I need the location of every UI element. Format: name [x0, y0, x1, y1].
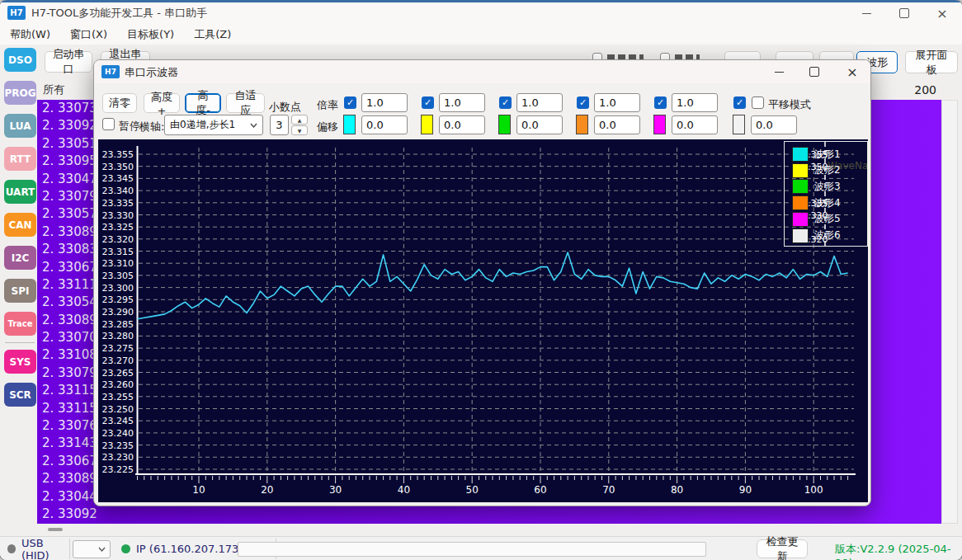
channel-6-enable-checkbox[interactable]: ✓	[733, 96, 746, 109]
legend-label: 波形5	[814, 212, 841, 226]
svg-text:20: 20	[261, 484, 273, 496]
pause-checkbox[interactable]	[102, 118, 115, 130]
pan-mode-label: 平移模式	[768, 97, 811, 112]
channel-5-color-swatch[interactable]	[653, 115, 666, 134]
legend-entry-1: 波形1	[792, 147, 841, 162]
legend-swatch	[792, 212, 809, 227]
sidebar-item-i2c[interactable]: I2C	[4, 246, 36, 270]
channel-3-scale-input[interactable]	[516, 93, 563, 112]
legend-entry-4: 波形4	[792, 195, 841, 210]
sidebar-item-uart[interactable]: UART	[4, 180, 36, 204]
svg-text:70: 70	[602, 484, 615, 496]
dialog-close-button[interactable]: ×	[834, 60, 870, 83]
status-bar: USB (HID) IP (61.160.207.173) 检查更新 版本:V2…	[0, 536, 962, 560]
tab-all[interactable]: 所有	[43, 82, 64, 97]
channel-3-color-swatch[interactable]	[498, 115, 511, 134]
dialog-maximize-button[interactable]	[796, 60, 832, 83]
haxis-value: 由0递增,步长1	[170, 118, 235, 132]
channel-3-enable-checkbox[interactable]: ✓	[499, 96, 512, 109]
sidebar-item-prog[interactable]: PROG	[4, 81, 36, 105]
drag-handle[interactable]	[48, 528, 63, 531]
svg-text:23.265: 23.265	[102, 368, 134, 379]
app-logo-text: H7	[10, 8, 22, 17]
menu-item-0[interactable]: 帮助(W)	[0, 27, 60, 42]
sidebar-item-trace[interactable]: Trace	[4, 312, 36, 336]
channel-2-color-swatch[interactable]	[421, 115, 433, 134]
maximize-icon	[899, 8, 909, 18]
svg-text:23.325: 23.325	[102, 222, 134, 233]
svg-text:50: 50	[466, 484, 479, 496]
menu-bar: 帮助(W)窗口(X)目标板(Y)工具(Z)	[0, 24, 962, 45]
channel-5-scale-input[interactable]	[672, 93, 718, 112]
usb-status-icon	[7, 544, 16, 553]
chart-legend: 23.35523.35023.33523.33023.320WaveName波形…	[784, 141, 868, 247]
app-logo-icon: H7	[7, 6, 26, 20]
channel-1-enable-checkbox[interactable]: ✓	[344, 96, 356, 109]
height-plus-button[interactable]: 高度+	[144, 93, 180, 113]
sidebar-item-can[interactable]: CAN	[4, 213, 36, 237]
start-serial-button[interactable]: 启动串口	[45, 51, 92, 73]
expand-panel-button[interactable]: 展开面板	[905, 51, 958, 73]
svg-text:23.270: 23.270	[102, 355, 134, 366]
channel-5-offset-input[interactable]	[672, 115, 718, 134]
dialog-title: 串口示波器	[125, 65, 178, 80]
menu-item-1[interactable]: 窗口(X)	[60, 27, 117, 42]
sidebar-item-lua[interactable]: LUA	[4, 114, 36, 138]
channel-4-enable-checkbox[interactable]: ✓	[577, 96, 589, 109]
dialog-minimize-button[interactable]	[761, 60, 797, 83]
menu-item-2[interactable]: 目标板(Y)	[117, 27, 184, 42]
legend-label: 波形4	[814, 196, 841, 210]
channel-1-scale-input[interactable]	[361, 93, 408, 112]
maximize-button[interactable]	[886, 2, 922, 24]
channel-1-offset-input[interactable]	[361, 115, 408, 134]
minimize-button[interactable]	[848, 2, 884, 24]
svg-text:23.240: 23.240	[102, 428, 134, 439]
channel-2-enable-checkbox[interactable]: ✓	[422, 96, 434, 109]
svg-text:23.290: 23.290	[102, 307, 134, 318]
channel-4-color-swatch[interactable]	[576, 115, 588, 134]
decimal-value-box[interactable]: 3	[270, 115, 289, 135]
svg-text:90: 90	[739, 484, 752, 496]
channel-3-offset-input[interactable]	[516, 115, 563, 134]
sidebar-item-scr[interactable]: SCR	[4, 383, 36, 407]
close-icon: ×	[846, 64, 857, 80]
legend-entry-6: 波形6	[792, 228, 841, 243]
decimal-up-button[interactable]: ▲	[291, 115, 308, 125]
height-minus-button[interactable]: 高度-	[185, 93, 221, 113]
usb-status-cell: USB (HID)	[0, 539, 70, 559]
waveform-plot: 23.35523.35023.34523.34023.33523.33023.3…	[98, 139, 868, 502]
channel-2-scale-input[interactable]	[439, 93, 485, 112]
autofit-button[interactable]: 自适应	[226, 93, 265, 113]
svg-text:23.245: 23.245	[102, 416, 134, 426]
sidebar-item-rtt[interactable]: RTT	[4, 147, 36, 171]
channel-5-enable-checkbox[interactable]: ✓	[654, 96, 667, 109]
svg-text:23.315: 23.315	[102, 247, 134, 257]
svg-text:23.305: 23.305	[102, 271, 134, 281]
ip-status-text: IP (61.160.207.173)	[136, 543, 243, 555]
sidebar-item-spi[interactable]: SPI	[4, 279, 36, 303]
pan-mode-checkbox[interactable]	[752, 96, 764, 109]
channel-2-offset-input[interactable]	[439, 115, 485, 134]
channel-4-scale-input[interactable]	[594, 93, 640, 112]
legend-swatch	[792, 147, 809, 162]
svg-text:23.300: 23.300	[102, 283, 134, 294]
channel-1-color-swatch[interactable]	[343, 115, 356, 134]
menu-item-3[interactable]: 工具(Z)	[184, 27, 241, 42]
channel-4-offset-input[interactable]	[594, 115, 640, 134]
decimal-down-button[interactable]: ▼	[291, 125, 308, 135]
channel-6-offset-input[interactable]	[751, 115, 797, 134]
haxis-dropdown[interactable]: 由0递增,步长1	[164, 115, 263, 135]
svg-text:23.255: 23.255	[102, 392, 134, 402]
sidebar-item-dso[interactable]: DSO	[4, 48, 36, 72]
svg-text:23.295: 23.295	[102, 294, 134, 305]
check-update-button[interactable]: 检查更新	[757, 539, 808, 558]
channel-6-color-swatch[interactable]	[733, 115, 745, 134]
sidebar-item-sys[interactable]: SYS	[4, 350, 36, 374]
svg-text:23.310: 23.310	[102, 258, 134, 269]
close-button[interactable]: ×	[924, 2, 960, 24]
dialog-toolbar: 清零 高度+ 高度- 自适应 小数点 倍率 暂停 横轴: 由0递增,步长1 3 …	[94, 83, 870, 139]
clear-button[interactable]: 清零	[102, 93, 137, 113]
legend-label: 波形2	[814, 163, 841, 177]
vertical-scrollbar[interactable]	[941, 100, 958, 524]
port-dropdown[interactable]	[73, 540, 111, 558]
